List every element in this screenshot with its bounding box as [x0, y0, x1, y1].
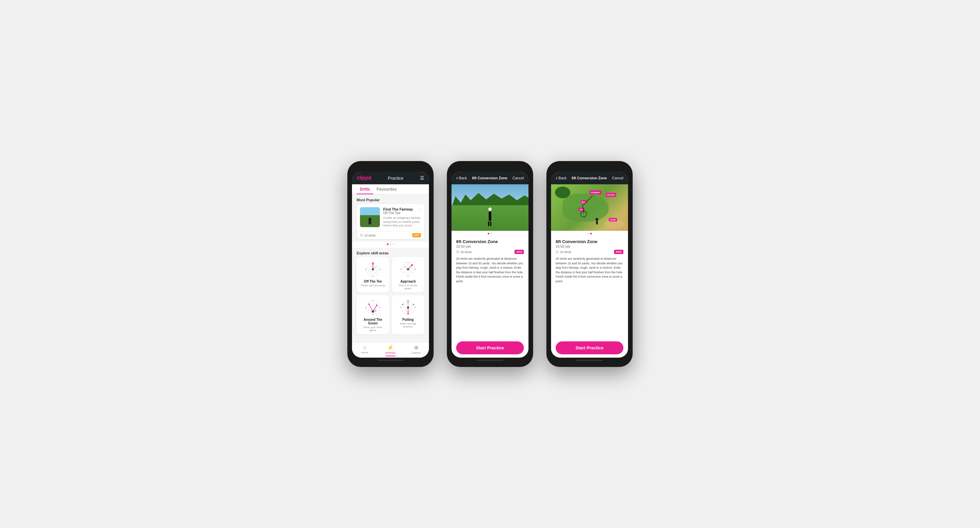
drill-shots-text-3: 20 shots [560, 250, 571, 254]
drill-tag-ott: OTT [412, 233, 421, 238]
drill-tag-arg-2: ARG [515, 250, 524, 254]
svg-text:FAIRWAY: FAIRWAY [591, 191, 600, 194]
skill-name-ott: Off The Tee [364, 279, 382, 283]
nav-capture[interactable]: ⊕ Capture [403, 345, 429, 356]
drill-name-2: 6ft Conversion Zone [456, 239, 524, 244]
off-the-tee-icon [363, 261, 383, 278]
svg-text:SAND: SAND [610, 219, 616, 221]
dot-3[interactable] [393, 243, 395, 245]
img-dot-map-2[interactable] [590, 233, 592, 234]
featured-drill-card[interactable]: Find The Fairway Off The Tee ♡ Create an… [356, 204, 424, 239]
svg-point-60 [595, 218, 598, 221]
nav-activities[interactable]: ⚡ Activities [377, 345, 403, 356]
img-dot-2[interactable] [491, 233, 492, 234]
skill-card-approach[interactable]: Approach Dial-in to hit the green [392, 257, 424, 293]
img-dot-1[interactable] [488, 233, 489, 234]
putting-icon [398, 299, 418, 316]
golf-photo-background [452, 184, 528, 231]
featured-drill-subtitle: Off The Tee [383, 211, 413, 215]
dot-2[interactable] [390, 243, 391, 245]
image-carousel-dots-2 [452, 231, 528, 236]
back-label-2: Back [459, 176, 467, 180]
image-carousel-dots-3 [551, 231, 628, 236]
phone-screen-3: Back 6ft Conversion Zone Cancel FAIRWAY … [551, 172, 628, 357]
svg-point-46 [413, 304, 414, 305]
back-button-3[interactable]: Back [556, 175, 566, 181]
drill-content-3: 6ft Conversion Zone 10-50 yds 20 shots A… [551, 236, 628, 338]
screen-content: Most Popular Find The Fairway Off The Te… [352, 195, 429, 342]
dot-1[interactable] [387, 243, 388, 245]
phone-home-bar-3 [576, 360, 603, 361]
detail-header-title-2: 6ft Conversion Zone [472, 176, 507, 180]
tab-drills[interactable]: Drills [356, 184, 373, 194]
menu-icon[interactable]: ☰ [420, 175, 424, 181]
carousel-dots [352, 242, 429, 248]
phone-screen-2: Back 6ft Conversion Zone Cancel [452, 172, 528, 357]
nav-active-indicator [385, 356, 395, 356]
phone-home-bar-2 [477, 360, 503, 361]
approach-icon [398, 261, 418, 278]
bottom-navigation: ⌂ Home ⚡ Activities ⊕ Capture [352, 342, 429, 357]
start-btn-wrapper-3: Start Practice [551, 338, 628, 357]
drill-range-3: 10-50 yds [556, 245, 624, 249]
home-icon: ⌂ [363, 345, 367, 350]
phone-3: Back 6ft Conversion Zone Cancel FAIRWAY … [546, 161, 633, 367]
tabs-bar: Drills Favourites [352, 184, 429, 195]
drill-description-3: 20 shots are randomly generated at dista… [556, 257, 624, 284]
cancel-button-2[interactable]: Cancel [512, 176, 524, 180]
featured-drill-info: Find The Fairway Off The Tee ♡ Create an… [383, 207, 421, 228]
drill-shots-label-2: 20 shots [456, 250, 472, 254]
svg-text:ROUGH: ROUGH [607, 194, 615, 196]
around-green-icon [363, 299, 383, 316]
drill-map: FAIRWAY ROUGH Miss Hit SAND [551, 184, 628, 231]
skill-card-putting[interactable]: Putting Make and lag practice [392, 295, 424, 334]
skill-card-around-green[interactable]: Around The Green Hone your short game [356, 295, 389, 334]
skill-name-putting: Putting [402, 318, 414, 321]
drill-range-2: 10-50 yds [456, 245, 524, 249]
map-background: FAIRWAY ROUGH Miss Hit SAND [551, 184, 628, 231]
clock-icon [360, 234, 363, 237]
header-bar: clippd Practice ☰ [352, 172, 429, 184]
phone-notch-3 [576, 166, 603, 170]
svg-line-34 [373, 305, 377, 311]
drill-shots-row-2: 20 shots ARG [456, 250, 524, 254]
activities-icon: ⚡ [387, 345, 394, 351]
golfer-leg-right [490, 222, 491, 226]
back-chevron-3 [556, 175, 557, 181]
capture-icon: ⊕ [414, 345, 418, 351]
nav-home[interactable]: ⌂ Home [352, 345, 377, 356]
clock-icon-3 [556, 250, 559, 254]
back-button-2[interactable]: Back [456, 175, 467, 181]
app-logo: clippd [356, 175, 371, 181]
img-dot-map-1[interactable] [587, 233, 589, 234]
drill-shots-row-3: 20 shots ARG [556, 250, 624, 254]
golfer-legs [488, 222, 492, 226]
svg-point-45 [402, 304, 403, 305]
photo-golfer [487, 207, 493, 224]
phone-notch-2 [477, 166, 503, 170]
phone-2: Back 6ft Conversion Zone Cancel [447, 161, 533, 367]
favorite-icon[interactable]: ♡ [417, 207, 421, 212]
detail-header-title-3: 6ft Conversion Zone [572, 176, 607, 180]
phone-screen-1: clippd Practice ☰ Drills Favourites Most… [352, 172, 429, 357]
shots-label: 10 shots [364, 234, 375, 237]
header-title: Practice [388, 175, 403, 181]
golfer-head [488, 207, 492, 211]
drill-photo [452, 184, 528, 231]
skill-card-off-the-tee[interactable]: Off The Tee Power and accuracy [356, 257, 389, 293]
featured-drill-description: Create an imaginary fairway using trees … [383, 216, 421, 228]
start-practice-button-3[interactable]: Start Practice [556, 341, 624, 354]
featured-card-inner: Find The Fairway Off The Tee ♡ Create an… [356, 204, 424, 231]
start-practice-button-2[interactable]: Start Practice [456, 341, 524, 354]
cancel-button-3[interactable]: Cancel [612, 176, 624, 180]
featured-card-footer: 10 shots OTT [356, 231, 424, 239]
explore-label: Explore skill areas [352, 248, 429, 257]
svg-text:Hit: Hit [580, 208, 582, 211]
back-label-3: Back [558, 176, 566, 180]
golfer-body [489, 212, 491, 221]
golfer-leg-left [488, 222, 489, 226]
activities-label: Activities [385, 351, 396, 354]
map-svg-overlay: FAIRWAY ROUGH Miss Hit SAND [551, 184, 628, 231]
skill-desc-approach: Dial-in to hit the green [395, 284, 421, 290]
tab-favourites[interactable]: Favourites [373, 184, 400, 194]
